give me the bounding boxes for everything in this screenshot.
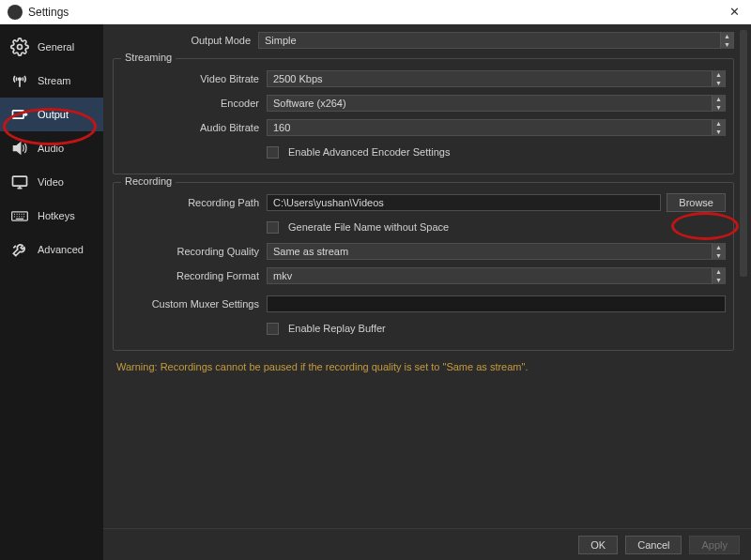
row-enable-advanced: Enable Advanced Encoder Settings xyxy=(121,142,726,162)
input-recording-path[interactable]: C:\Users\yushan\Videos xyxy=(267,194,661,211)
checkbox-replay-buffer[interactable] xyxy=(267,323,279,335)
value: 160 xyxy=(273,122,290,133)
spin-arrows[interactable]: ▲▼ xyxy=(712,243,725,260)
sidebar: General Stream Output Audio Video Hotkey… xyxy=(0,24,103,560)
label-enable-advanced: Enable Advanced Encoder Settings xyxy=(288,146,450,158)
combo-recording-quality[interactable]: Same as stream▲▼ xyxy=(267,243,726,260)
browse-button[interactable]: Browse xyxy=(667,193,726,212)
spin-arrows[interactable]: ▲▼ xyxy=(720,32,733,49)
sidebar-item-stream[interactable]: Stream xyxy=(0,64,103,98)
sidebar-item-label: Hotkeys xyxy=(38,210,75,221)
chevron-down-icon: ▼ xyxy=(713,128,725,136)
row-recording-path: Recording Path C:\Users\yushan\Videos Br… xyxy=(121,192,726,213)
value: Same as stream xyxy=(273,246,348,257)
row-replay-buffer: Enable Replay Buffer xyxy=(121,318,726,339)
value: Software (x264) xyxy=(273,98,346,109)
sidebar-item-audio[interactable]: Audio xyxy=(0,131,103,165)
row-muxer: Custom Muxer Settings xyxy=(121,294,726,314)
row-video-bitrate: Video Bitrate 2500 Kbps▲▼ xyxy=(121,68,726,89)
speaker-icon xyxy=(9,139,30,158)
content-pane: Output Mode Simple ▲▼ Streaming Video Bi… xyxy=(103,24,751,560)
sidebar-item-general[interactable]: General xyxy=(0,30,103,64)
chevron-down-icon: ▼ xyxy=(713,251,725,260)
monitor-icon xyxy=(9,173,30,191)
sidebar-item-advanced[interactable]: Advanced xyxy=(0,233,103,266)
chevron-down-icon: ▼ xyxy=(721,40,733,49)
warning-text: Warning: Recordings cannot be paused if … xyxy=(116,360,730,374)
svg-point-0 xyxy=(18,45,23,50)
ok-button[interactable]: OK xyxy=(578,536,618,554)
spin-audio-bitrate[interactable]: 160▲▼ xyxy=(267,119,726,136)
chevron-up-icon: ▲ xyxy=(713,95,725,103)
sidebar-item-output[interactable]: Output xyxy=(0,98,103,131)
scroll-area[interactable]: Output Mode Simple ▲▼ Streaming Video Bi… xyxy=(103,24,751,528)
window-title: Settings xyxy=(28,6,725,19)
label-gen-no-space: Generate File Name without Space xyxy=(288,221,449,233)
svg-point-1 xyxy=(19,78,22,81)
scrollbar-thumb[interactable] xyxy=(740,30,747,277)
input-muxer[interactable] xyxy=(267,295,726,312)
sidebar-item-label: General xyxy=(38,41,74,53)
label-audio-bitrate: Audio Bitrate xyxy=(121,122,267,133)
row-audio-bitrate: Audio Bitrate 160▲▼ xyxy=(121,117,726,138)
antenna-icon xyxy=(9,71,30,90)
spin-arrows[interactable]: ▲▼ xyxy=(712,95,725,112)
row-recording-quality: Recording Quality Same as stream▲▼ xyxy=(121,241,726,262)
window-body: General Stream Output Audio Video Hotkey… xyxy=(0,24,751,560)
value: mkv xyxy=(273,270,292,281)
chevron-up-icon: ▲ xyxy=(713,70,725,79)
label-video-bitrate: Video Bitrate xyxy=(121,73,267,84)
svg-rect-2 xyxy=(13,111,24,118)
label-recording-path: Recording Path xyxy=(121,197,267,208)
settings-window: Settings ✕ General Stream Output Audio xyxy=(0,0,751,560)
sidebar-item-label: Stream xyxy=(38,75,70,86)
keyboard-icon xyxy=(9,206,30,225)
sidebar-item-label: Audio xyxy=(38,143,64,154)
spin-arrows[interactable]: ▲▼ xyxy=(712,70,725,87)
dialog-footer: OK Cancel Apply xyxy=(103,528,751,560)
chevron-down-icon: ▼ xyxy=(713,103,725,112)
chevron-up-icon: ▲ xyxy=(713,119,725,128)
sidebar-item-hotkeys[interactable]: Hotkeys xyxy=(0,199,103,233)
chevron-down-icon: ▼ xyxy=(713,79,725,87)
titlebar: Settings ✕ xyxy=(0,0,751,24)
close-icon[interactable]: ✕ xyxy=(725,5,743,19)
fieldset-streaming: Streaming Video Bitrate 2500 Kbps▲▼ Enco… xyxy=(113,58,734,174)
value: Simple xyxy=(265,35,297,46)
label-muxer: Custom Muxer Settings xyxy=(121,298,267,310)
gear-icon xyxy=(9,38,30,56)
checkbox-enable-advanced[interactable] xyxy=(267,146,279,159)
checkbox-gen-no-space[interactable] xyxy=(267,221,279,234)
legend-streaming: Streaming xyxy=(121,52,176,63)
cancel-button[interactable]: Cancel xyxy=(625,536,682,554)
apply-button[interactable]: Apply xyxy=(689,536,740,554)
chevron-up-icon: ▲ xyxy=(713,267,725,276)
value: C:\Users\yushan\Videos xyxy=(273,197,384,208)
sidebar-item-label: Output xyxy=(38,109,69,120)
scrollbar[interactable] xyxy=(740,30,747,522)
legend-recording: Recording xyxy=(121,175,176,187)
spin-arrows[interactable]: ▲▼ xyxy=(712,267,725,284)
tools-icon xyxy=(9,240,30,259)
label-recording-quality: Recording Quality xyxy=(121,246,267,257)
sidebar-item-video[interactable]: Video xyxy=(0,165,103,199)
chevron-up-icon: ▲ xyxy=(721,32,733,40)
chevron-down-icon: ▼ xyxy=(713,276,725,284)
output-icon xyxy=(9,105,30,124)
label-replay-buffer: Enable Replay Buffer xyxy=(288,323,386,334)
svg-rect-3 xyxy=(13,176,27,186)
sidebar-item-label: Video xyxy=(38,176,64,188)
combo-recording-format[interactable]: mkv▲▼ xyxy=(267,267,726,284)
spin-arrows[interactable]: ▲▼ xyxy=(712,119,725,136)
label-recording-format: Recording Format xyxy=(121,270,267,281)
row-recording-format: Recording Format mkv▲▼ xyxy=(121,265,726,286)
combo-encoder[interactable]: Software (x264)▲▼ xyxy=(267,95,726,112)
fieldset-recording: Recording Recording Path C:\Users\yushan… xyxy=(113,182,734,351)
app-icon xyxy=(8,5,23,20)
spin-video-bitrate[interactable]: 2500 Kbps▲▼ xyxy=(267,70,726,87)
row-encoder: Encoder Software (x264)▲▼ xyxy=(121,93,726,114)
sidebar-item-label: Advanced xyxy=(38,244,84,255)
combo-output-mode[interactable]: Simple ▲▼ xyxy=(258,32,734,49)
chevron-up-icon: ▲ xyxy=(713,243,725,251)
row-output-mode: Output Mode Simple ▲▼ xyxy=(113,30,734,51)
